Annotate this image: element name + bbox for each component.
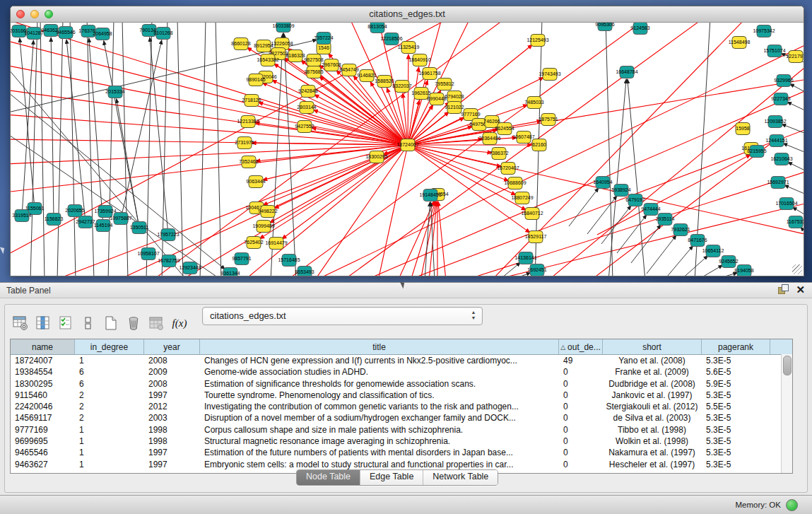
graph-node[interactable]: 7625402 [244, 237, 263, 249]
graph-node[interactable]: 12093852 [764, 116, 786, 128]
delete-table-icon[interactable] [124, 313, 143, 333]
network-canvas[interactable]: 1872400786601288912954132260589827503818… [11, 23, 804, 276]
table-row[interactable]: 977716911998Corpus callosum shape and si… [11, 424, 792, 436]
graph-node[interactable]: 11325419 [398, 42, 420, 54]
graph-node[interactable]: 9146821 [357, 70, 376, 82]
network-window-titlebar[interactable]: citations_edges.txt [11, 6, 804, 23]
graph-node[interactable]: 16961758 [418, 68, 440, 80]
graph-node[interactable]: 9890145 [246, 74, 265, 86]
graph-node[interactable]: 9245652 [719, 256, 738, 268]
graph-node[interactable]: 14529117 [525, 231, 547, 243]
graph-node[interactable]: 14136141 [514, 252, 536, 264]
graph-node[interactable]: 16720407 [497, 163, 519, 175]
tab-network-table[interactable]: Network Table [423, 470, 498, 485]
graph-node[interactable]: 3624554 [495, 123, 514, 135]
graph-node[interactable]: 12125493 [526, 35, 548, 47]
import-table-icon[interactable] [146, 313, 166, 333]
table-panel-header[interactable]: Table Panel ✕ [0, 283, 812, 298]
graph-node[interactable]: 2064958 [93, 28, 112, 40]
graph-node[interactable]: 12213383 [237, 116, 259, 128]
graph-node[interactable]: 18807249 [511, 192, 533, 204]
graph-node[interactable]: 20364486 [478, 133, 500, 145]
graph-node[interactable]: 7352462 [239, 156, 258, 168]
row-height-icon[interactable] [78, 313, 98, 333]
graph-node[interactable]: 8194058 [734, 265, 753, 276]
table-row[interactable]: 1938455462009Genome-wide association stu… [11, 366, 792, 378]
graph-node[interactable]: 10958107 [137, 248, 159, 260]
graph-node[interactable]: 9857791 [232, 253, 251, 265]
graph-node[interactable]: 2731975 [235, 137, 254, 149]
function-builder-icon[interactable]: f(x) [169, 313, 190, 333]
graph-node[interactable]: 1875751 [539, 114, 558, 126]
table-scrollbar-thumb[interactable] [783, 356, 792, 375]
graph-node[interactable]: 1350511 [130, 222, 149, 234]
graph-node[interactable]: 7485033 [524, 97, 543, 109]
graph-node[interactable]: 8101268 [153, 28, 172, 40]
graph-node[interactable]: 8660128 [231, 38, 250, 50]
graph-node[interactable]: 2015334 [105, 86, 124, 98]
table-row[interactable]: 969969511998Structural magnetic resonanc… [11, 436, 792, 447]
graph-node[interactable]: 9095306 [595, 23, 614, 31]
graph-node[interactable]: 17957223 [157, 229, 179, 241]
graph-node[interactable]: 10607487 [512, 132, 534, 144]
graph-node[interactable]: 9242848 [298, 86, 317, 98]
graph-node[interactable]: 7955812 [435, 78, 454, 90]
graph-node[interactable]: 18640910 [408, 54, 430, 66]
table-row[interactable]: 1830029562008Estimation of significance … [11, 378, 792, 390]
column-header-year[interactable]: year [144, 339, 200, 354]
graph-node[interactable]: 6479197 [625, 194, 645, 206]
graph-node[interactable]: 10975342 [753, 25, 775, 37]
graph-node[interactable]: 8322037 [392, 81, 411, 93]
close-panel-icon[interactable]: ✕ [796, 284, 805, 295]
graph-node[interactable]: 5938924 [611, 185, 630, 197]
graph-node[interactable]: 1167533 [787, 216, 804, 228]
graph-node[interactable]: 2718126 [242, 95, 261, 107]
graph-node[interactable]: 8653493 [295, 267, 314, 276]
column-header-name[interactable]: name [11, 339, 75, 354]
graph-node[interactable]: 9361344 [220, 268, 240, 276]
graph-node[interactable]: 10654112 [702, 245, 724, 257]
graph-node[interactable]: 1588520 [375, 76, 394, 88]
column-header-pagerank[interactable]: pagerank [702, 339, 770, 354]
table-row[interactable]: 1456911722003Disruption of a novel membe… [11, 412, 792, 424]
tab-edge-table[interactable]: Edge Table [360, 470, 423, 485]
table-selector-dropdown[interactable]: citations_edges.txt ▲▼ [202, 307, 483, 325]
graph-node[interactable]: 1692451 [527, 264, 546, 276]
graph-node[interactable]: 1156823 [45, 214, 64, 226]
column-checklist-icon[interactable] [56, 313, 76, 333]
graph-node[interactable]: 16033809 [272, 23, 294, 33]
table-row[interactable]: 1872400712008Changes of HCN gene express… [11, 355, 792, 366]
tab-node-table[interactable]: Node Table [297, 470, 360, 485]
network-graph[interactable]: 1872400786601288912954132260589827503818… [11, 23, 804, 276]
table-scrollbar[interactable] [781, 354, 792, 473]
graph-node[interactable]: 8813054 [367, 23, 387, 33]
graph-node[interactable]: 9498222 [258, 206, 277, 218]
graph-node[interactable]: 8990448 [427, 93, 446, 105]
graph-node[interactable]: 6794028 [445, 91, 464, 103]
graph-node[interactable]: 8454749 [339, 64, 358, 76]
graph-node[interactable]: 62160 [532, 139, 546, 151]
memory-ok-indicator[interactable] [786, 499, 798, 511]
graph-node[interactable]: 3319514 [12, 210, 31, 222]
graph-node[interactable]: 8215955 [747, 146, 766, 158]
column-header-title[interactable]: title [200, 339, 559, 354]
graph-node[interactable]: 10975887 [110, 213, 131, 225]
graph-node[interactable]: 9063444 [246, 176, 265, 188]
table-row[interactable]: 946554611997Estimation of the future num… [11, 447, 792, 458]
graph-node[interactable]: 16782759 [158, 255, 180, 267]
graph-node[interactable]: 2935114 [656, 214, 675, 226]
column-header-out-de-[interactable]: △out_de... [559, 339, 603, 354]
graph-node[interactable]: 10688609 [504, 177, 526, 189]
graph-node[interactable]: 16210643 [770, 153, 792, 165]
graph-node[interactable]: 15751074 [763, 45, 785, 57]
graph-node[interactable]: 7386372 [489, 148, 508, 160]
graph-node[interactable]: 2020655 [65, 205, 84, 217]
graph-node[interactable]: 9227343 [771, 93, 790, 105]
graph-node[interactable]: 2942737 [76, 216, 95, 228]
graph-node[interactable]: 8471676 [688, 235, 707, 247]
table-settings-icon[interactable] [11, 313, 30, 333]
column-header-short[interactable]: short [603, 339, 702, 354]
new-table-icon[interactable] [101, 313, 121, 333]
graph-node[interactable]: 1145194 [94, 220, 113, 232]
graph-node[interactable]: 9465546 [56, 27, 75, 39]
